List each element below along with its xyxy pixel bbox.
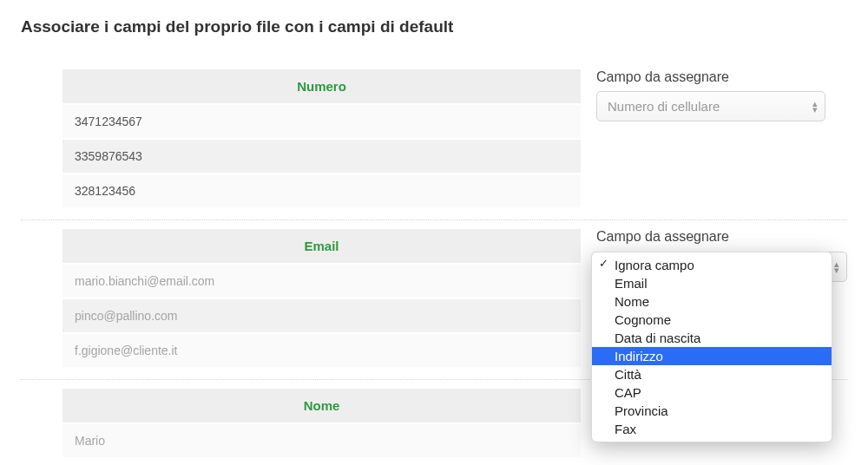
field-select-numero[interactable]: Numero di cellulare ▴▾ bbox=[596, 91, 825, 121]
table-row: mario.bianchi@email.com bbox=[62, 264, 581, 298]
column-header: Numero bbox=[62, 69, 581, 104]
table-row: pinco@pallino.com bbox=[62, 298, 581, 333]
table-row: 328123456 bbox=[62, 174, 581, 207]
select-value: Numero di cellulare bbox=[608, 99, 720, 114]
field-select-dropdown[interactable]: Ignora campo Email Nome Cognome Data di … bbox=[591, 252, 832, 442]
dropdown-option[interactable]: Città bbox=[592, 365, 832, 383]
mapping-section-email: Email mario.bianchi@email.com pinco@pall… bbox=[21, 219, 847, 379]
preview-table-email: Email mario.bianchi@email.com pinco@pall… bbox=[62, 229, 581, 367]
assign-label: Campo da assegnare bbox=[596, 229, 847, 245]
chevron-updown-icon: ▴▾ bbox=[812, 101, 818, 113]
dropdown-option[interactable]: Cognome bbox=[592, 311, 832, 329]
column-header: Email bbox=[62, 229, 581, 264]
dropdown-option[interactable]: Data di nascita bbox=[592, 329, 832, 347]
page-title: Associare i campi del proprio file con i… bbox=[21, 17, 847, 36]
dropdown-option[interactable]: Email bbox=[592, 274, 832, 292]
dropdown-option[interactable]: Fax bbox=[592, 420, 832, 438]
table-row: Mario bbox=[62, 423, 581, 457]
table-row: f.gigione@cliente.it bbox=[62, 333, 581, 367]
table-row: 3471234567 bbox=[62, 104, 581, 139]
table-row: 3359876543 bbox=[62, 139, 581, 174]
column-header: Nome bbox=[62, 389, 581, 423]
dropdown-option[interactable]: CAP bbox=[592, 383, 832, 402]
dropdown-option[interactable]: Indirizzo bbox=[592, 347, 832, 365]
preview-table-nome: Nome Mario bbox=[62, 389, 581, 457]
assign-label: Campo da assegnare bbox=[596, 69, 847, 85]
mapping-section-numero: Numero 3471234567 3359876543 328123456 C… bbox=[21, 61, 847, 219]
preview-table-numero: Numero 3471234567 3359876543 328123456 bbox=[62, 69, 581, 207]
chevron-updown-icon: ▴▾ bbox=[834, 261, 839, 273]
dropdown-option[interactable]: Nome bbox=[592, 292, 832, 311]
dropdown-option[interactable]: Provincia bbox=[592, 402, 832, 420]
dropdown-option[interactable]: Ignora campo bbox=[592, 256, 832, 274]
